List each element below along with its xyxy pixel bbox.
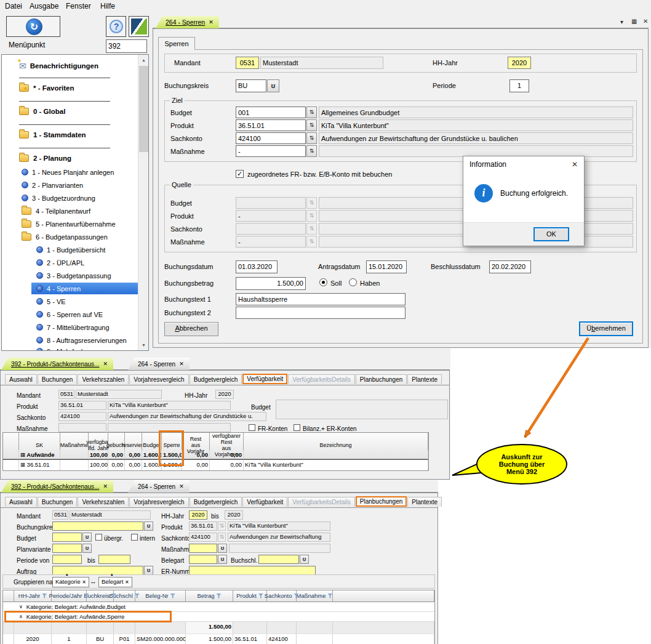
intern-checkbox[interactable] bbox=[131, 534, 138, 541]
tree-item-uepl-apl[interactable]: 2 - ÜPL/APL bbox=[36, 257, 84, 268]
bilanz-er-checkbox[interactable] bbox=[294, 424, 300, 431]
dialog-close-icon[interactable]: ✕ bbox=[572, 160, 578, 169]
group-row-budget[interactable]: ∨ Kategorie; Belegart: Aufwände,Budget bbox=[3, 602, 434, 612]
expand-icon[interactable]: ⊞ bbox=[20, 461, 25, 468]
periode-von-input[interactable] bbox=[52, 555, 82, 564]
mandant-input[interactable]: 0531 bbox=[236, 57, 259, 69]
buchungskreise-input[interactable] bbox=[52, 521, 143, 531]
filter-icon[interactable] bbox=[328, 594, 333, 598]
expand-icon[interactable]: ∧ bbox=[19, 614, 23, 619]
tree-item-mitteluebertragung[interactable]: 7 - Mittelübertragung bbox=[36, 321, 110, 333]
col-betrag[interactable]: Betrag bbox=[186, 590, 233, 602]
app-logo-button[interactable] bbox=[129, 16, 149, 37]
buchschl-lookup-icon[interactable]: ʊ bbox=[300, 555, 309, 564]
tree-item-stammdaten[interactable]: 1 - Stammdaten bbox=[19, 129, 86, 140]
collapse-icon[interactable]: ∨ bbox=[19, 604, 23, 610]
ziel-massnahme-input[interactable]: - bbox=[236, 145, 306, 157]
doc-tab-264-sperren[interactable]: 264 - Sperren ✕ bbox=[156, 16, 219, 28]
hhjahr-von-input[interactable]: 2020 bbox=[189, 510, 207, 520]
group-chip-belegart[interactable]: Belegart ✕ bbox=[98, 577, 132, 587]
ziel-sachkonto-input[interactable]: 424100 bbox=[236, 132, 306, 144]
tree-item-sperren-selected[interactable]: 4 - Sperren bbox=[31, 283, 138, 294]
soll-radio[interactable] bbox=[319, 278, 327, 286]
tabstrip-dropdown-icon[interactable]: ▾ bbox=[620, 19, 623, 25]
tabstrip-close-icon[interactable]: ✕ bbox=[643, 18, 648, 25]
ziel-produkt-input[interactable]: 36.51.01 bbox=[236, 119, 306, 131]
tree-scrollbar[interactable]: ▲ ▼ bbox=[138, 55, 148, 350]
ziel-massnahme-spin-icon[interactable]: ⇅ bbox=[306, 145, 317, 157]
belegart-input[interactable] bbox=[189, 555, 217, 564]
expand-icon[interactable]: ⊞ bbox=[20, 451, 25, 458]
tree-item-sperren-auf-ve[interactable]: 6 - Sperren auf VE bbox=[36, 308, 103, 320]
beschlussdatum-input[interactable]: 20.02.2020 bbox=[489, 260, 531, 273]
buchungsbetrag-input[interactable]: 1.500,00 bbox=[236, 277, 306, 290]
buchungskreis-input[interactable]: BU bbox=[236, 79, 266, 92]
col-belegnr[interactable]: Beleg-Nr bbox=[135, 590, 186, 602]
doc-tab-392[interactable]: 392 - Produkt-/Sachkontenaus...✕ bbox=[1, 358, 113, 370]
massnahme-input[interactable] bbox=[189, 544, 217, 553]
uebernehmen-button[interactable]: Übernehmen bbox=[579, 321, 633, 336]
refresh-button[interactable]: ↻ bbox=[6, 16, 60, 37]
buchungsdatum-input[interactable]: 01.03.2020 bbox=[236, 260, 278, 273]
buchungstext2-input[interactable] bbox=[236, 307, 405, 319]
tree-item-budgetzuordnung[interactable]: 3 - Budgetzuordnung bbox=[22, 192, 95, 204]
doc-tab-392b[interactable]: 392 - Produkt-/Sachkontenaus...✕ bbox=[1, 480, 113, 493]
filter-icon[interactable] bbox=[170, 594, 175, 598]
filter-icon[interactable] bbox=[217, 594, 222, 598]
massnahme-lookup-icon[interactable]: ʊ bbox=[218, 544, 227, 553]
buchungstext1-input[interactable]: Haushaltssperre bbox=[236, 293, 405, 305]
tree-item-favoriten[interactable]: ★ * - Favoriten bbox=[19, 82, 74, 94]
tree-item-benachrichtigungen[interactable]: ✉★ Benachrichtigungen bbox=[19, 60, 98, 71]
menu-datei[interactable]: Datei bbox=[5, 2, 22, 10]
doc-tab-264c[interactable]: 264 - Sperren✕ bbox=[128, 480, 190, 493]
tree-item-budgetuebersicht[interactable]: 1 - Budgetübersicht bbox=[36, 244, 105, 256]
ziel-budget-input[interactable]: 001 bbox=[236, 107, 306, 118]
tab-close-icon[interactable]: ✕ bbox=[209, 19, 214, 25]
tab-close-icon[interactable]: ✕ bbox=[179, 483, 184, 489]
tab-close-icon[interactable]: ✕ bbox=[103, 361, 108, 367]
ok-button[interactable]: OK bbox=[533, 227, 569, 241]
col-hhjahr[interactable]: HH-Jahr bbox=[14, 590, 52, 602]
periode-bis-input[interactable] bbox=[98, 555, 130, 564]
col-massnahme[interactable]: Maßnahme bbox=[297, 590, 333, 602]
tree-item-planvarianten[interactable]: 2 - Planvarianten bbox=[22, 179, 83, 191]
buchungskreis-lookup-icon[interactable]: ʊ bbox=[267, 79, 279, 92]
tree-item-planung[interactable]: 2 - Planung bbox=[19, 152, 71, 164]
tree-item-planentwurfuebernahme[interactable]: 5 - Planentwurfübernahme bbox=[22, 218, 116, 230]
filter-icon[interactable] bbox=[258, 594, 263, 598]
belegart-lookup-icon[interactable]: ʊ bbox=[218, 555, 227, 564]
planvariante-input[interactable] bbox=[52, 544, 82, 553]
table-row-produkt[interactable]: ⊞ 36.51.01 100,00 0,00 0,00 1.600,00 1.5… bbox=[3, 460, 428, 470]
tab-close-icon[interactable]: ✕ bbox=[103, 483, 108, 489]
abbrechen-button[interactable]: Abbrechen bbox=[164, 322, 218, 336]
antragsdatum-input[interactable]: 15.01.2020 bbox=[366, 260, 407, 273]
page-tab-sperren[interactable]: Sperren bbox=[158, 37, 195, 50]
tree-item-budgetanpassungen[interactable]: 6 - Budgetanpassungen bbox=[22, 231, 108, 243]
menupunkt-input[interactable]: 392 bbox=[106, 39, 147, 53]
tab-close-icon[interactable]: ✕ bbox=[179, 361, 184, 367]
filter-icon[interactable] bbox=[42, 594, 47, 598]
doc-tab-264b[interactable]: 264 - Sperren✕ bbox=[128, 358, 190, 370]
budget-lookup-icon[interactable]: ʊ bbox=[82, 533, 92, 542]
mitbebuchen-checkbox[interactable]: ✓ bbox=[236, 170, 244, 178]
tree-item-auftragsreservierungen[interactable]: 8 - Auftragsreservierungen bbox=[36, 334, 127, 346]
col-buchschl[interactable]: Buchschl bbox=[114, 590, 135, 602]
planvariante-lookup-icon[interactable]: ʊ bbox=[82, 544, 92, 553]
budget-input[interactable] bbox=[52, 533, 82, 542]
buchungskreise-lookup-icon[interactable]: ʊ bbox=[144, 521, 153, 531]
chip-close-icon[interactable]: ✕ bbox=[125, 579, 129, 585]
uebergr-checkbox[interactable] bbox=[95, 534, 102, 541]
col-produkt[interactable]: Produkt bbox=[233, 590, 267, 602]
help-button[interactable]: ? bbox=[106, 16, 126, 37]
tree-item-global[interactable]: 0 - Global bbox=[19, 105, 65, 117]
group-chip-kategorie[interactable]: Kategorie ✕ bbox=[52, 577, 89, 587]
auftrag-lookup-icon[interactable]: ʊ bbox=[144, 566, 153, 575]
tree-item-neues-planjahr[interactable]: 1 - Neues Planjahr anlegen bbox=[22, 166, 114, 178]
fr-konten-checkbox[interactable] bbox=[249, 424, 255, 431]
data-row[interactable]: 2020 1 BU P01 SM20.000.000.000029 1.500,… bbox=[3, 634, 434, 644]
menu-fenster[interactable]: Fenster bbox=[66, 2, 91, 10]
ziel-sachkonto-spin-icon[interactable]: ⇅ bbox=[306, 132, 317, 144]
tree-item-teilplanentwurf[interactable]: 4 - Teilplanentwurf bbox=[22, 205, 90, 217]
tree-item-mehrfachsperren[interactable]: 9 - Mehrfachsperren bbox=[36, 345, 108, 351]
scroll-down-icon[interactable]: ▼ bbox=[138, 340, 149, 350]
